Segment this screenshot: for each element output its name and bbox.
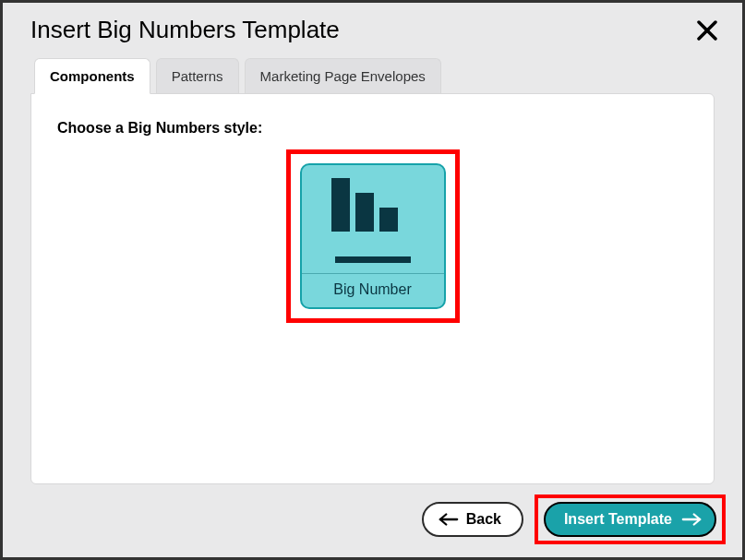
options-area: Big Number [57,149,688,323]
tab-bar: Components Patterns Marketing Page Envel… [3,57,742,93]
tab-patterns[interactable]: Patterns [156,58,239,93]
arrow-left-icon [439,513,459,526]
big-number-tile[interactable]: Big Number [300,163,446,309]
close-icon [696,19,718,42]
dialog-title: Insert Big Numbers Template [30,16,340,44]
close-button[interactable] [694,18,720,43]
insert-button-label: Insert Template [564,511,672,528]
prompt-label: Choose a Big Numbers style: [57,120,688,137]
bar-chart-icon [331,178,415,261]
tab-components[interactable]: Components [34,58,150,94]
back-button-label: Back [466,511,501,528]
arrow-right-icon [681,513,702,526]
dialog-footer: Back Insert Template [422,494,726,544]
highlight-box: Big Number [286,149,460,323]
insert-template-button[interactable]: Insert Template [544,502,716,537]
dialog-window: Insert Big Numbers Template Components P… [0,0,745,560]
dialog-header: Insert Big Numbers Template [3,3,742,48]
tab-panel: Choose a Big Numbers style: Big Number [30,93,715,484]
tile-label: Big Number [302,273,444,307]
back-button[interactable]: Back [422,502,523,537]
insert-highlight: Insert Template [535,494,726,544]
tab-marketing-envelopes[interactable]: Marketing Page Envelopes [245,58,441,93]
